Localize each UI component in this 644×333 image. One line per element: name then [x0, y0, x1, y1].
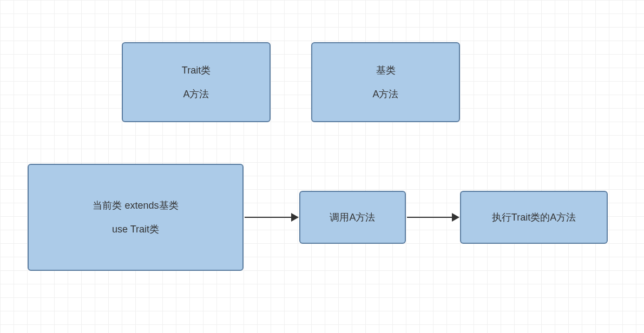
arrow-call-to-exec — [407, 213, 459, 222]
node-current-class-line1: 当前类 extends基类 — [93, 199, 178, 212]
arrow-current-to-call — [245, 213, 299, 222]
node-exec-method: 执行Trait类的A方法 — [460, 191, 608, 244]
arrow-head-icon — [452, 213, 459, 222]
node-trait-class-line1: Trait类 — [182, 64, 211, 77]
arrow-head-icon — [291, 213, 299, 222]
node-current-class: 当前类 extends基类 use Trait类 — [28, 164, 244, 271]
arrow-line — [245, 217, 291, 218]
node-trait-class-line2: A方法 — [183, 88, 209, 101]
node-base-class-line2: A方法 — [372, 88, 398, 101]
node-base-class: 基类 A方法 — [311, 42, 460, 122]
node-call-method: 调用A方法 — [299, 191, 406, 244]
node-current-class-line2: use Trait类 — [112, 223, 159, 236]
arrow-line — [407, 217, 452, 218]
node-exec-method-label: 执行Trait类的A方法 — [492, 211, 576, 224]
node-call-method-label: 调用A方法 — [330, 211, 375, 224]
node-base-class-line1: 基类 — [376, 64, 396, 77]
node-trait-class: Trait类 A方法 — [122, 42, 271, 122]
